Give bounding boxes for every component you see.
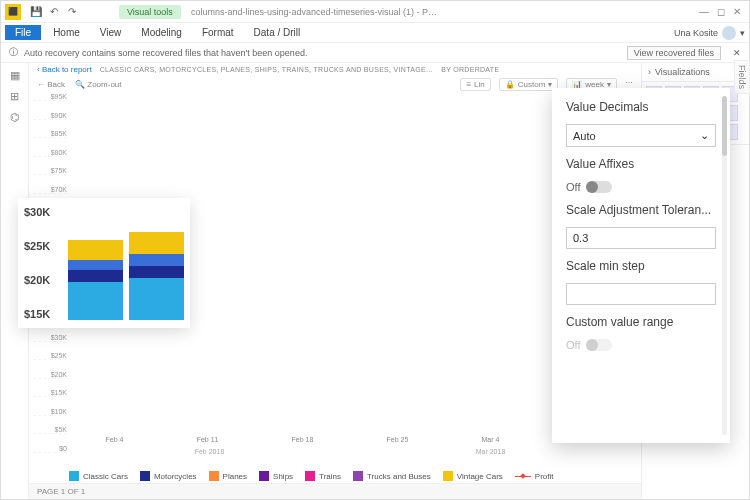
value-affixes-label: Value Affixes [566,157,716,171]
value-affixes-toggle[interactable]: Off [566,181,716,193]
close-recovery-icon[interactable]: ✕ [733,48,741,58]
legend-item[interactable]: Vintage Cars [443,471,503,481]
legend-item[interactable]: Trucks and Buses [353,471,431,481]
recovery-message: Auto recovery contains some recovered fi… [24,48,307,58]
zoom-out-button[interactable]: 🔍 Zoom-out [75,80,121,89]
scrollbar[interactable] [722,96,727,435]
scale-min-step-input[interactable] [566,283,716,305]
tab-view[interactable]: View [92,25,130,40]
undo-icon[interactable]: ↶ [47,5,61,19]
tab-home[interactable]: Home [45,25,88,40]
legend-item[interactable]: Trains [305,471,341,481]
pane-title: Visualizations [655,67,710,77]
signed-in-user[interactable]: Una Kosite ▾ [674,26,749,40]
status-bar: PAGE 1 OF 1 [29,483,641,499]
legend-item-profit[interactable]: Profit [515,471,554,481]
zoom-tooltip: $30K$25K$20K$15K [18,198,190,328]
minimize-icon[interactable]: — [699,6,709,17]
tab-file[interactable]: File [5,25,41,40]
chevron-down-icon: ▾ [740,28,745,38]
redo-icon[interactable]: ↷ [65,5,79,19]
legend-item[interactable]: Classic Cars [69,471,128,481]
tab-data-drill[interactable]: Data / Drill [246,25,309,40]
maximize-icon[interactable]: ◻ [717,6,725,17]
custom-value-range-toggle[interactable]: Off [566,339,716,351]
app-icon: ⬛ [5,4,21,20]
view-recovered-files-button[interactable]: View recovered files [627,46,721,60]
save-icon[interactable]: 💾 [29,5,43,19]
report-view-icon[interactable]: ▦ [10,69,20,82]
breadcrumb: CLASSIC CARS, MOTORCYCLES, PLANES, SHIPS… [100,66,433,73]
info-icon: ⓘ [9,46,18,59]
close-icon[interactable]: ✕ [733,6,741,17]
document-title: columns-and-lines-using-advanced-timeser… [191,7,441,17]
fields-pane-collapsed[interactable]: Fields [734,60,750,94]
page-indicator: PAGE 1 OF 1 [37,487,85,496]
value-decimals-select[interactable]: Auto⌄ [566,124,716,147]
title-bar: ⬛ 💾 ↶ ↷ Visual tools columns-and-lines-u… [1,1,749,23]
tab-format[interactable]: Format [194,25,242,40]
custom-value-range-label: Custom value range [566,315,716,329]
legend-item[interactable]: Planes [209,471,247,481]
visual-tools-contextual-tab: Visual tools [119,5,181,19]
data-view-icon[interactable]: ⊞ [10,90,19,103]
scale-min-step-label: Scale min step [566,259,716,273]
tab-modeling[interactable]: Modeling [133,25,190,40]
model-view-icon[interactable]: ⌬ [10,111,20,124]
format-panel: Value Decimals Auto⌄ Value Affixes Off S… [552,88,730,443]
value-decimals-label: Value Decimals [566,100,716,114]
ribbon-tabs: File Home View Modeling Format Data / Dr… [1,23,749,43]
legend-item[interactable]: Ships [259,471,293,481]
custom-dropdown[interactable]: 🔒 Custom ▾ [499,78,559,91]
scale-tolerance-input[interactable]: 0.3 [566,227,716,249]
auto-recovery-bar: ⓘ Auto recovery contains some recovered … [1,43,749,63]
avatar [722,26,736,40]
chevron-icon[interactable]: › [648,67,651,77]
legend-item[interactable]: Motorcycles [140,471,197,481]
scale-tolerance-label: Scale Adjustment Toleran... [566,203,716,217]
chevron-down-icon: ⌄ [700,129,709,142]
back-button[interactable]: ← Back [37,80,65,89]
back-to-report-link[interactable]: ‹ Back to report [37,65,92,74]
scale-lin-dropdown[interactable]: ≡ Lin [460,78,490,91]
breadcrumb-by: BY ORDERDATE [441,66,499,73]
